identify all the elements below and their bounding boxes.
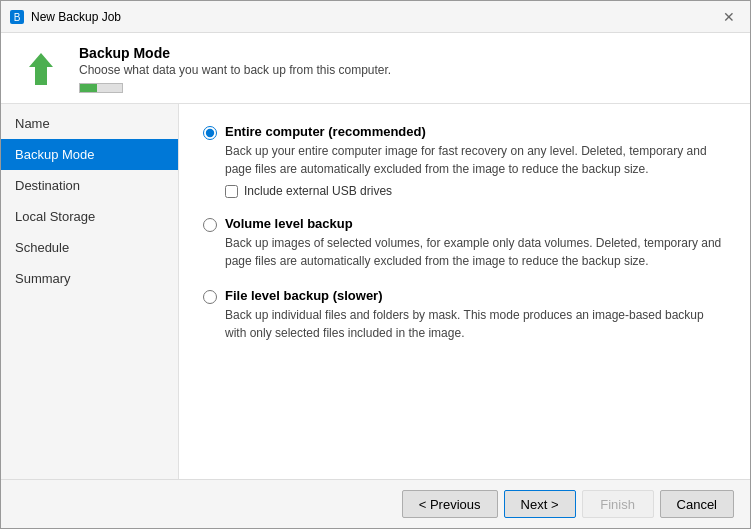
svg-marker-2 [29,53,53,85]
option-file-level-row: File level backup (slower) [203,288,726,304]
option-file-level: File level backup (slower) Back up indiv… [203,288,726,342]
file-level-label[interactable]: File level backup (slower) [225,288,383,303]
progress-bar-fill [80,84,97,92]
sidebar-item-destination[interactable]: Destination [1,170,178,201]
volume-level-label[interactable]: Volume level backup [225,216,353,231]
close-button[interactable]: ✕ [716,4,742,30]
sidebar-item-name[interactable]: Name [1,108,178,139]
option-volume-level: Volume level backup Back up images of se… [203,216,726,270]
header-area: Backup Mode Choose what data you want to… [1,33,750,104]
progress-bar [79,83,123,93]
backup-mode-icon [17,45,65,93]
option-entire-computer-row: Entire computer (recommended) [203,124,726,140]
next-button[interactable]: Next > [504,490,576,518]
sidebar-item-schedule[interactable]: Schedule [1,232,178,263]
sidebar-item-local-storage[interactable]: Local Storage [1,201,178,232]
entire-computer-radio[interactable] [203,126,217,140]
finish-button: Finish [582,490,654,518]
sidebar-item-summary[interactable]: Summary [1,263,178,294]
entire-computer-label[interactable]: Entire computer (recommended) [225,124,426,139]
entire-computer-desc: Back up your entire computer image for f… [225,142,726,178]
volume-level-desc: Back up images of selected volumes, for … [225,234,726,270]
usb-checkbox[interactable] [225,185,238,198]
sidebar-item-backup-mode[interactable]: Backup Mode [1,139,178,170]
cancel-button[interactable]: Cancel [660,490,734,518]
volume-level-radio[interactable] [203,218,217,232]
header-description: Choose what data you want to back up fro… [79,63,391,77]
title-bar: B New Backup Job ✕ [1,1,750,33]
usb-checkbox-row: Include external USB drives [225,184,726,198]
footer: < Previous Next > Finish Cancel [1,479,750,528]
file-level-radio[interactable] [203,290,217,304]
option-entire-computer: Entire computer (recommended) Back up yo… [203,124,726,198]
header-title: Backup Mode [79,45,391,61]
svg-text:B: B [14,12,21,23]
window-title: New Backup Job [31,10,716,24]
file-level-desc: Back up individual files and folders by … [225,306,726,342]
app-icon: B [9,9,25,25]
usb-checkbox-label: Include external USB drives [244,184,392,198]
content-area: Name Backup Mode Destination Local Stora… [1,104,750,479]
header-text: Backup Mode Choose what data you want to… [79,45,391,93]
option-volume-level-row: Volume level backup [203,216,726,232]
window: B New Backup Job ✕ Backup Mode Choose wh… [0,0,751,529]
previous-button[interactable]: < Previous [402,490,498,518]
sidebar: Name Backup Mode Destination Local Stora… [1,104,179,479]
main-content: Entire computer (recommended) Back up yo… [179,104,750,479]
